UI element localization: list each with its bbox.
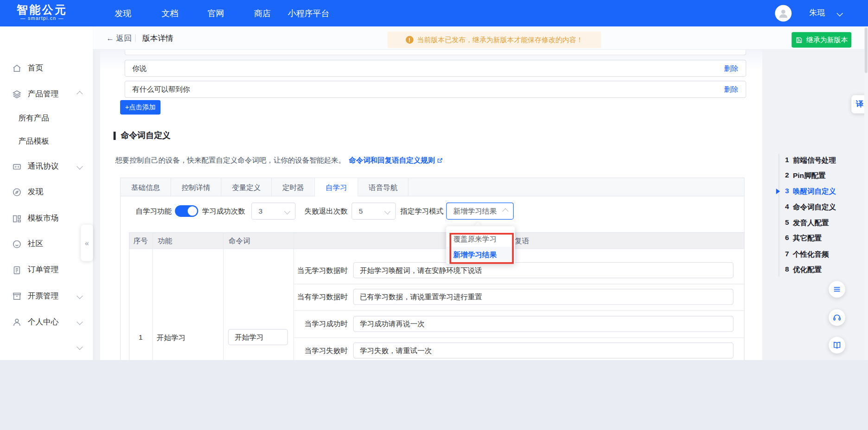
add-row-button[interactable]: +点击添加 [120,100,160,114]
sidebar-item-label: 开票管理 [28,291,59,301]
sidebar-item-label: 模板市场 [28,214,59,223]
reply-input-no-data[interactable] [353,262,734,278]
sidebar-item-community[interactable]: 社区 [0,238,93,250]
chevron-down-icon [384,208,391,215]
topnav-store[interactable]: 商店 [254,8,271,19]
sidebar-item-all-products[interactable]: 所有产品 [0,112,93,124]
console-list-button[interactable] [829,281,845,297]
sidebar-item-invoice-management[interactable]: 开票管理 [0,290,93,302]
book-icon [833,341,842,349]
anchor-item-3-active[interactable]: 3唤醒词自定义 [785,186,836,196]
dialog-row[interactable]: 有什么可以帮到你 删除 [125,81,747,98]
annotation-box [449,233,513,264]
anchor-num: 8 [785,265,789,275]
home-icon [12,63,21,73]
chevron-down-icon [284,208,291,215]
topnav-official-site[interactable]: 官网 [208,8,224,19]
sidebar-item-protocol[interactable]: 通讯协议 [0,160,93,172]
sidebar-item-order-management[interactable]: 订单管理 [0,264,93,276]
fail-count-select[interactable]: 5 [351,202,396,220]
reply-input-has-data[interactable] [353,289,734,305]
col-header-index: 序号 [134,236,148,246]
anchor-label: 其它配置 [793,234,822,243]
tab-self-learning[interactable]: 自学习 [315,178,358,196]
col-header-command: 命令词 [229,236,250,246]
tab-timer[interactable]: 定时器 [272,178,315,196]
learning-mode-label: 指定学习模式 [400,206,443,216]
dialog-row[interactable]: 你说 删除 [125,60,747,77]
self-learning-toggle-label: 自学习功能 [136,206,172,216]
docs-button[interactable] [829,337,845,354]
column-divider [223,232,223,360]
user-name[interactable]: 朱琨 [809,8,824,18]
sidebar-item-extra[interactable] [0,341,93,353]
anchor-label: 发音人配置 [793,218,829,228]
success-count-label: 学习成功次数 [202,206,245,216]
delete-link[interactable]: 删除 [724,63,739,73]
topnav-discover[interactable]: 发现 [115,8,131,19]
sidebar: 首页 产品管理 所有产品 产品模板 通讯协议 发现 模板市场 社区 [0,26,93,360]
chevron-down-icon [77,293,83,299]
sidebar-item-home[interactable]: 首页 [0,62,93,74]
user-menu-chevron-down-icon[interactable] [836,10,843,17]
dialog-row-text: 有什么可以帮到你 [132,84,190,94]
topnav-docs[interactable]: 文档 [162,8,179,19]
active-anchor-pointer-icon [776,189,780,194]
save-icon [795,36,803,44]
anchor-item-7[interactable]: 7个性化音频 [785,249,829,259]
brand-logo[interactable]: 智能公元 — smartpi.cn — [17,3,68,21]
anchor-item-4[interactable]: 4命令词自定义 [785,202,836,212]
anchor-num: 2 [785,171,789,181]
sidebar-item-discover[interactable]: 发现 [0,186,93,198]
sidebar-collapse-handle[interactable]: « [81,225,93,261]
menu-list-icon [833,285,842,294]
support-button[interactable] [829,309,845,326]
anchor-num: 7 [785,249,789,259]
person-icon [777,7,789,19]
tab-control-detail[interactable]: 控制详情 [171,178,222,196]
page-title: 版本详情 [142,34,173,44]
row-index: 1 [129,333,152,341]
anchor-num: 6 [785,234,789,243]
user-avatar[interactable] [775,5,791,22]
delete-link[interactable]: 删除 [724,84,739,94]
sidebar-item-label: 社区 [28,239,43,249]
sidebar-item-template-market[interactable]: 模板市场 [0,212,93,224]
command-word-input[interactable] [228,329,288,345]
anchor-label: 前端信号处理 [793,155,836,165]
topnav-miniprogram[interactable]: 小程序平台 [288,8,330,19]
success-count-value: 3 [259,207,263,215]
inherit-new-version-button[interactable]: 继承为新版本 [791,32,851,47]
learning-mode-select[interactable]: 新增学习结果 [446,202,514,220]
scrollbar-thumb[interactable] [865,28,868,73]
reply-label: 当无学习数据时 [294,266,348,275]
self-learning-toggle[interactable] [175,205,198,217]
fail-count-label: 失败退出次数 [305,206,348,216]
sidebar-item-label: 通讯协议 [28,162,59,171]
anchor-item-2[interactable]: 2Pin脚配置 [785,171,826,181]
anchor-item-6[interactable]: 6其它配置 [785,234,822,243]
rule-link[interactable]: 命令词和回复语自定义规则 [349,155,443,165]
sidebar-item-product-management[interactable]: 产品管理 [0,88,93,100]
tab-variable-definition[interactable]: 变量定义 [222,178,272,196]
anchor-item-1[interactable]: 1前端信号处理 [785,155,836,165]
sidebar-item-label: 首页 [28,63,43,73]
reply-input-success[interactable] [353,316,734,332]
anchor-item-8[interactable]: 8优化配置 [785,265,822,275]
top-navbar: 智能公元 — smartpi.cn — 发现 文档 官网 商店 小程序平台 朱琨 [0,0,868,26]
template-market-icon [12,214,21,223]
success-count-select[interactable]: 3 [251,202,296,220]
sidebar-item-personal-center[interactable]: 个人中心 [0,316,93,328]
anchor-num: 4 [785,202,789,212]
sidebar-item-label: 个人中心 [28,317,59,327]
tab-basic-info[interactable]: 基础信息 [121,178,171,196]
row-function: 开始学习 [157,333,185,343]
dialog-row-partial[interactable] [125,50,747,55]
anchor-label: 命令词自定义 [793,202,836,212]
anchor-item-5[interactable]: 5发音人配置 [785,218,829,228]
sidebar-item-product-templates[interactable]: 产品模板 [0,136,93,148]
back-button[interactable]: ← 返回 [106,34,132,44]
invoice-icon [12,291,21,301]
reply-input-fail[interactable] [353,342,734,359]
tab-voice-navigation[interactable]: 语音导航 [358,178,408,196]
